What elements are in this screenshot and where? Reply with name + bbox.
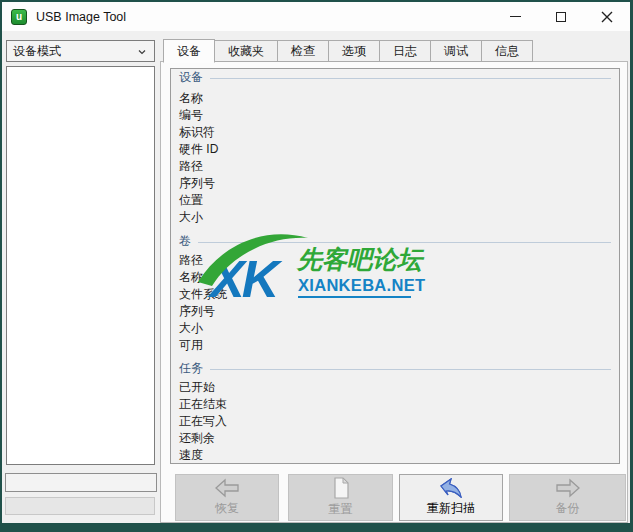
reset-button[interactable]: 重置 <box>288 474 393 521</box>
device-mode-value: 设备模式 <box>13 43 61 60</box>
device-mode-dropdown[interactable]: 设备模式 <box>6 40 155 62</box>
field-label: 正在写入 <box>179 413 611 430</box>
field-label: 序列号 <box>179 175 611 192</box>
group-divider <box>210 369 611 370</box>
backup-button-label: 备份 <box>556 500 580 517</box>
group-volume-label: 卷 <box>179 233 191 250</box>
field-label: 序列号 <box>179 303 611 320</box>
rescan-button-label: 重新扫描 <box>427 500 475 517</box>
restore-button[interactable]: 恢复 <box>175 474 279 521</box>
app-usb-logo-icon: u <box>11 9 27 25</box>
document-icon <box>331 477 351 499</box>
progress-bar-secondary <box>5 497 155 515</box>
app-window: u USB Image Tool 设备模式 <box>2 2 630 523</box>
app-icon-glyph: u <box>16 12 22 22</box>
field-label: 编号 <box>179 107 611 124</box>
device-detail-panel: 设备 名称 编号 标识符 硬件 ID 路径 序列号 位置 大小 卷 <box>170 68 620 464</box>
chevron-down-icon <box>138 48 146 56</box>
group-divider <box>198 242 611 243</box>
arrow-right-icon <box>555 478 581 498</box>
field-label: 位置 <box>179 192 611 209</box>
rescan-button[interactable]: 重新扫描 <box>399 474 503 521</box>
group-divider <box>210 78 611 79</box>
arrow-left-icon <box>214 478 240 498</box>
maximize-icon <box>556 12 566 22</box>
group-task-label: 任务 <box>179 360 203 377</box>
tab-device[interactable]: 设备 <box>163 39 215 63</box>
group-task: 任务 已开始 正在结束 正在写入 还剩余 速度 <box>179 361 611 464</box>
close-icon <box>601 11 613 23</box>
field-label: 名称 <box>179 90 611 107</box>
field-label: 速度 <box>179 447 611 464</box>
device-list[interactable] <box>6 66 155 465</box>
tab-debug[interactable]: 调试 <box>431 40 482 62</box>
field-label: 可用 <box>179 337 611 354</box>
tab-favorites[interactable]: 收藏夹 <box>215 40 278 62</box>
window-controls <box>492 2 630 31</box>
backup-button[interactable]: 备份 <box>509 474 626 521</box>
reset-button-label: 重置 <box>329 501 353 518</box>
minimize-button[interactable] <box>492 2 538 31</box>
group-device: 设备 名称 编号 标识符 硬件 ID 路径 序列号 位置 大小 <box>179 70 611 226</box>
rescan-arrow-icon <box>439 478 463 498</box>
field-label: 正在结束 <box>179 396 611 413</box>
group-device-label: 设备 <box>179 69 203 86</box>
field-label: 标识符 <box>179 124 611 141</box>
tab-log[interactable]: 日志 <box>380 40 431 62</box>
close-button[interactable] <box>584 2 630 31</box>
window-title: USB Image Tool <box>36 10 126 24</box>
tab-check[interactable]: 检查 <box>278 40 329 62</box>
field-label: 大小 <box>179 209 611 226</box>
field-label: 名称 <box>179 269 611 286</box>
field-label: 文件系统 <box>179 286 611 303</box>
progress-bar <box>5 473 157 492</box>
field-label: 已开始 <box>179 379 611 396</box>
app-window-frame: u USB Image Tool 设备模式 <box>0 0 633 532</box>
group-volume: 卷 路径 名称 文件系统 序列号 大小 可用 <box>179 234 611 354</box>
titlebar: u USB Image Tool <box>2 2 630 31</box>
field-label: 还剩余 <box>179 430 611 447</box>
field-label: 路径 <box>179 158 611 175</box>
tabstrip: 设备 收藏夹 检查 选项 日志 调试 信息 <box>163 38 533 62</box>
tab-info[interactable]: 信息 <box>482 40 533 62</box>
field-label: 路径 <box>179 252 611 269</box>
minimize-icon <box>510 16 521 17</box>
restore-button-label: 恢复 <box>215 500 239 517</box>
field-label: 硬件 ID <box>179 141 611 158</box>
maximize-button[interactable] <box>538 2 584 31</box>
tab-options[interactable]: 选项 <box>329 40 380 62</box>
field-label: 大小 <box>179 320 611 337</box>
